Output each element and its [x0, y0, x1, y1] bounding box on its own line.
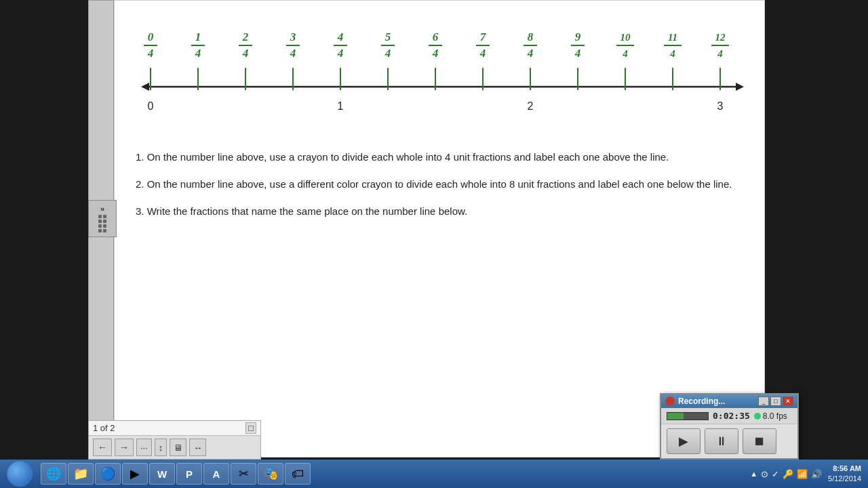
- recording-icon: [665, 396, 675, 406]
- question-3: 3. Write the fractions that name the sam…: [136, 203, 739, 220]
- prev-button[interactable]: ←: [93, 439, 112, 456]
- recording-info-row: 0:02:35 8.0 fps: [661, 408, 797, 424]
- more-button[interactable]: ···: [136, 439, 152, 456]
- number-line-svg: 0 4 1 4 2 4 3 4 4 4 5 4 6 4 7 4 8 4 9 4 …: [129, 14, 753, 129]
- taskbar-app-ie[interactable]: 🌐: [41, 463, 66, 485]
- tray-icon-3: 🔑: [783, 469, 793, 479]
- recording-title-text: Recording...: [678, 396, 725, 406]
- taskbar: 🌐 📁 🔵 ▶ W P A ✂ 🎭 🏷 ▲ ⊙ ✓ 🔑 📶 🔊 8:56 AM …: [0, 460, 868, 488]
- tray-date: 5/12/2014: [828, 474, 861, 484]
- tray-clock: 8:56 AM 5/12/2014: [828, 464, 861, 485]
- svg-text:4: 4: [290, 47, 296, 60]
- taskbar-app-misc2[interactable]: 🏷: [285, 463, 311, 485]
- resize-button[interactable]: ↕: [155, 439, 167, 456]
- recording-time: 0:02:35: [713, 411, 750, 421]
- taskbar-app-word[interactable]: W: [149, 463, 175, 485]
- tray-icon-signal: 📶: [797, 469, 808, 479]
- question-3-text: 3. Write the fractions that name the sam…: [136, 205, 467, 217]
- fps-indicator-dot: [754, 413, 761, 420]
- monitor-button[interactable]: 🖥: [170, 439, 186, 456]
- question-1: 1. On the number line above, use a crayo…: [136, 149, 739, 165]
- svg-text:4: 4: [147, 47, 154, 60]
- svg-text:4: 4: [432, 47, 439, 60]
- svg-text:7: 7: [480, 30, 487, 43]
- svg-text:8: 8: [528, 30, 534, 43]
- svg-text:4: 4: [622, 48, 628, 59]
- question-2: 2. On the number line above, use a diffe…: [136, 176, 739, 192]
- svg-text:4: 4: [527, 47, 534, 60]
- questions-area: 1. On the number line above, use a crayo…: [136, 149, 739, 220]
- svg-text:1: 1: [195, 30, 201, 43]
- page-indicator: 1 of 2: [93, 423, 115, 433]
- rec-pause-button[interactable]: ⏸: [705, 428, 738, 454]
- recording-title-bar: Recording... _ □ ✕: [661, 394, 797, 408]
- tray-arrow[interactable]: ▲: [750, 470, 757, 478]
- svg-text:6: 6: [433, 30, 439, 43]
- rec-minimize-button[interactable]: _: [758, 396, 769, 406]
- taskbar-app-edit[interactable]: ✂: [231, 463, 256, 485]
- start-button[interactable]: [3, 462, 37, 486]
- svg-text:0: 0: [148, 100, 154, 112]
- rec-restore-button[interactable]: □: [770, 396, 781, 406]
- svg-text:4: 4: [717, 48, 723, 59]
- svg-text:4: 4: [337, 30, 344, 43]
- taskbar-app-acrobat[interactable]: A: [203, 463, 229, 485]
- svg-text:4: 4: [195, 47, 201, 60]
- svg-text:4: 4: [242, 47, 249, 60]
- audio-meter: [667, 412, 709, 420]
- svg-marker-1: [141, 83, 149, 91]
- svg-text:10: 10: [620, 32, 631, 43]
- tray-icon-1: ⊙: [761, 469, 768, 479]
- svg-text:2: 2: [528, 100, 534, 112]
- svg-text:4: 4: [479, 47, 486, 60]
- svg-text:1: 1: [338, 100, 344, 112]
- rec-close-button[interactable]: ✕: [783, 396, 793, 406]
- system-tray: ▲ ⊙ ✓ 🔑 📶 🔊 8:56 AM 5/12/2014: [746, 464, 865, 485]
- svg-text:4: 4: [337, 47, 344, 60]
- tray-time: 8:56 AM: [828, 464, 861, 474]
- tray-icon-volume[interactable]: 🔊: [811, 469, 822, 479]
- svg-text:3: 3: [290, 30, 296, 43]
- svg-text:9: 9: [575, 30, 581, 43]
- question-1-text: 1. On the number line above, use a crayo…: [136, 151, 669, 163]
- svg-text:4: 4: [574, 47, 581, 60]
- rec-stop-button[interactable]: ⏹: [743, 428, 776, 454]
- next-button[interactable]: →: [115, 439, 134, 456]
- svg-marker-2: [736, 83, 744, 91]
- arrows-button[interactable]: ↔: [189, 439, 206, 456]
- taskbar-app-media[interactable]: ▶: [122, 463, 148, 485]
- svg-text:2: 2: [242, 30, 249, 43]
- taskbar-app-powerpoint[interactable]: P: [176, 463, 202, 485]
- fps-display: 8.0 fps: [763, 411, 787, 421]
- navigation-toolbar: 1 of 2 □ ← → ··· ↕ 🖥 ↔: [88, 420, 261, 460]
- svg-text:4: 4: [384, 47, 391, 60]
- svg-text:12: 12: [715, 32, 726, 43]
- taskbar-app-explorer[interactable]: 📁: [68, 463, 94, 485]
- question-2-text: 2. On the number line above, use a diffe…: [136, 178, 732, 190]
- svg-text:3: 3: [717, 100, 724, 112]
- svg-text:0: 0: [148, 30, 154, 43]
- expand-button[interactable]: □: [245, 422, 256, 434]
- taskbar-app-misc1[interactable]: 🎭: [258, 463, 283, 485]
- sidebar-collapse-button[interactable]: »: [88, 200, 117, 237]
- recording-panel: Recording... _ □ ✕ 0:02:35 8.0 fps ▶ ⏸ ⏹: [660, 393, 799, 460]
- svg-text:4: 4: [669, 48, 675, 59]
- tray-icon-2: ✓: [772, 469, 779, 479]
- svg-text:5: 5: [385, 30, 391, 43]
- recording-controls: ▶ ⏸ ⏹: [661, 424, 797, 458]
- taskbar-app-chrome[interactable]: 🔵: [95, 463, 121, 485]
- svg-text:11: 11: [668, 32, 677, 43]
- rec-play-button[interactable]: ▶: [667, 428, 701, 454]
